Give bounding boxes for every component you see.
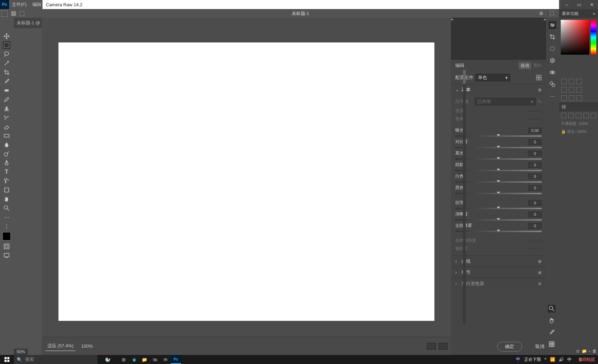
taskbar-search[interactable]: 🔍 搜索 — [14, 355, 97, 364]
quickmask-icon[interactable] — [3, 243, 10, 250]
profile-select[interactable]: 单色 ▾ — [475, 74, 510, 81]
lasso-tool-icon[interactable] — [3, 50, 10, 58]
layer-icons[interactable] — [559, 111, 598, 120]
eye-icon[interactable]: ◉ — [538, 87, 542, 92]
screenmode-icon[interactable] — [3, 252, 10, 259]
document-tab[interactable]: 未标题-1 @ — [14, 18, 43, 28]
layer-footer-icons[interactable]: ⊙📁▫🗑 — [576, 349, 597, 354]
workspace-select[interactable]: 基本功能 » — [559, 9, 598, 18]
slider-5[interactable]: 黑色0 — [455, 184, 542, 195]
marquee-tool-icon[interactable] — [3, 41, 10, 49]
ok-button[interactable]: 确定 — [497, 342, 522, 351]
marquee-icon[interactable] — [1, 10, 8, 17]
edge-icon[interactable]: ◉ — [129, 355, 139, 364]
shadow-clip-icon[interactable] — [451, 18, 454, 20]
heal-tool-icon[interactable] — [549, 45, 556, 53]
store-icon[interactable]: 🛍 — [150, 355, 160, 364]
hand-tool-icon[interactable] — [3, 195, 10, 203]
eraser-tool-icon[interactable] — [3, 123, 10, 130]
stamp-tool-icon[interactable] — [3, 105, 10, 112]
slider2-0[interactable]: 纹理0 — [455, 199, 542, 210]
more-tools-icon[interactable]: ⋯ — [3, 213, 10, 221]
explorer-icon[interactable]: 📁 — [139, 355, 150, 364]
edit-tool-icon[interactable] — [549, 21, 556, 29]
path-tool-icon[interactable] — [3, 177, 10, 185]
slider-0[interactable]: 曝光0.00 — [455, 126, 542, 138]
mail-icon[interactable]: ✉ — [160, 355, 171, 364]
eyedropper-tool-icon[interactable] — [3, 78, 10, 85]
crop-tool-icon[interactable] — [549, 33, 556, 41]
ime-indicator[interactable]: 中 — [567, 357, 572, 363]
bw-button[interactable]: 黑白 — [533, 63, 542, 69]
wb-eyedropper-icon[interactable]: ✎ — [538, 99, 542, 104]
slider-3[interactable]: 阴影0 — [455, 161, 542, 172]
hand-icon[interactable] — [548, 317, 556, 324]
histogram[interactable] — [451, 18, 546, 60]
move-tool-icon[interactable] — [3, 32, 10, 40]
slider-1[interactable]: 对比度0 — [455, 138, 542, 149]
canvas-area[interactable] — [42, 26, 451, 337]
wb-select[interactable]: 已停用▾ — [475, 98, 536, 105]
paths-panel-tab[interactable]: 径 — [559, 102, 598, 111]
adjustments-icons2[interactable] — [559, 86, 598, 94]
network-icon[interactable]: 📶 — [550, 357, 555, 362]
more-icon[interactable]: ⋯ — [549, 92, 556, 100]
brush-tool-icon[interactable] — [3, 96, 10, 103]
zoom-icon[interactable] — [548, 305, 556, 312]
eye-icon[interactable]: ◉ — [538, 270, 542, 275]
slider-4[interactable]: 白色0 — [455, 172, 542, 184]
minimize-button[interactable]: ─ — [560, 0, 573, 9]
gear-icon[interactable]: ⚙ — [538, 10, 544, 17]
maximize-button[interactable]: ▭ — [573, 0, 585, 9]
color-swatch[interactable] — [2, 232, 11, 240]
presets-icon[interactable] — [549, 80, 556, 88]
mask-tool-icon[interactable] — [549, 57, 556, 64]
profile-browser-icon[interactable] — [536, 75, 542, 80]
status-zoom[interactable]: 50% — [14, 349, 28, 355]
type-tool-icon[interactable]: T — [3, 168, 10, 176]
opt-icon[interactable] — [11, 11, 16, 16]
panel-scrollbar[interactable] — [463, 70, 466, 324]
zoom-tool-icon[interactable] — [3, 204, 10, 212]
compare-icon[interactable] — [439, 343, 448, 350]
close-button[interactable]: ✕ — [585, 0, 598, 9]
menu-edit[interactable]: 编辑 — [30, 1, 44, 8]
slider-2[interactable]: 高光0 — [455, 149, 542, 161]
pen-tool-icon[interactable] — [3, 159, 10, 167]
zoom-100[interactable]: 100% — [81, 343, 93, 349]
menu-file[interactable]: 文件(F) — [9, 1, 30, 8]
heal-tool-icon[interactable] — [3, 87, 10, 94]
auto-button[interactable]: 自动 — [519, 62, 531, 69]
manatee-icon[interactable]: 🦭 — [97, 357, 118, 362]
dodge-tool-icon[interactable] — [3, 150, 10, 158]
slider2-2[interactable]: 去除薄雾0 — [455, 222, 542, 233]
crop-tool-icon[interactable] — [3, 69, 10, 76]
highlight-clip-icon[interactable] — [543, 18, 546, 20]
eye-icon[interactable]: ◉ — [538, 259, 542, 264]
fit-zoom-label[interactable]: 适应 (57.4%) — [45, 341, 76, 351]
task-view-icon[interactable]: ⊞ — [118, 355, 129, 364]
opt-icon2[interactable] — [19, 11, 24, 16]
sampler-icon[interactable] — [548, 329, 556, 336]
color-panel[interactable] — [559, 18, 598, 56]
tray-chevron-icon[interactable]: ^ — [544, 357, 546, 362]
fullscreen-icon[interactable]: ⛶ — [549, 10, 555, 17]
wand-tool-icon[interactable] — [3, 60, 10, 67]
redeye-tool-icon[interactable] — [549, 69, 556, 76]
gradient-tool-icon[interactable] — [3, 132, 10, 140]
history-brush-icon[interactable] — [3, 114, 10, 121]
adjustments-icons3[interactable] — [559, 94, 598, 102]
start-button[interactable] — [0, 355, 14, 364]
blur-tool-icon[interactable] — [3, 141, 10, 149]
adjustments-icons[interactable] — [559, 77, 598, 86]
edit-toolbar-icon[interactable]: ⋮ — [3, 222, 10, 230]
cancel-button[interactable]: 取消 — [528, 342, 546, 351]
photoshop-taskbar-icon[interactable]: Ps — [171, 355, 181, 364]
grid-icon[interactable] — [548, 340, 556, 348]
volume-icon[interactable]: 🔊 — [559, 357, 564, 362]
before-after-icon[interactable] — [427, 343, 436, 350]
slider2-1[interactable]: 清晰度0 — [455, 210, 542, 222]
shape-tool-icon[interactable] — [3, 186, 10, 194]
eye-icon[interactable]: ◉ — [538, 281, 542, 286]
system-tray[interactable]: ☔ 正在下雨 ^ 📶 🔊 中 集印社区 — [513, 357, 598, 363]
